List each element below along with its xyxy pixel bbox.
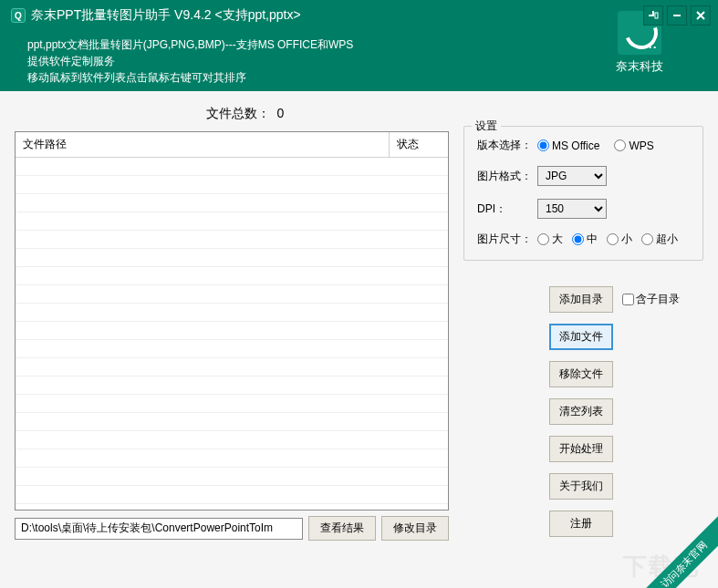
table-row [16,231,448,249]
column-header-status[interactable]: 状态 [390,132,448,157]
pin-button[interactable] [643,5,663,26]
radio-ms-office[interactable]: MS Office [537,139,599,152]
table-row [16,304,448,322]
table-row [16,358,448,377]
table-row [16,322,448,340]
file-list-body[interactable] [16,158,448,511]
body-area: 文件总数： 0 文件路径 状态 [0,91,718,588]
format-label: 图片格式： [477,169,537,184]
settings-group-title: 设置 [472,119,501,134]
column-header-path[interactable]: 文件路径 [16,132,390,157]
table-row [16,395,448,413]
desc-line-1: ppt,pptx文档批量转图片(JPG,PNG,BMP)---支持MS OFFI… [27,36,707,53]
table-row [16,486,448,504]
table-row [16,158,448,176]
table-row [16,468,448,486]
add-file-button[interactable]: 添加文件 [549,324,613,350]
radio-size-large[interactable]: 大 [537,232,563,247]
output-path-input[interactable] [15,518,303,540]
minimize-button[interactable] [667,5,687,26]
table-row [16,285,448,304]
radio-size-xsmall[interactable]: 超小 [641,232,678,247]
file-count-value: 0 [276,106,284,120]
radio-wps[interactable]: WPS [614,139,653,152]
format-select[interactable]: JPG [537,166,607,186]
table-row [16,212,448,231]
version-label: 版本选择： [477,138,537,153]
table-row [16,194,448,212]
table-row [16,249,448,267]
table-row [16,413,448,431]
view-result-button[interactable]: 查看结果 [308,516,376,541]
settings-group: 设置 版本选择： MS Office WPS 图片格式： [463,126,703,261]
file-count-label: 文件总数： 0 [0,106,703,122]
table-row [16,267,448,285]
radio-size-small[interactable]: 小 [607,232,632,247]
svg-rect-2 [655,13,658,18]
company-name: 奈末科技 [616,58,663,75]
about-button[interactable]: 关于我们 [549,473,613,500]
desc-line-3: 移动鼠标到软件列表点击鼠标右键可对其排序 [27,69,707,86]
table-row [16,431,448,449]
dpi-select[interactable]: 150 [537,199,607,219]
window-title: 奈末PPT批量转图片助手 V9.4.2 <支持ppt,pptx> [31,7,301,24]
table-row [16,377,448,395]
size-label: 图片尺寸： [477,232,537,247]
modify-dir-button[interactable]: 修改目录 [381,516,449,541]
table-row [16,176,448,194]
include-subdir-checkbox[interactable]: 含子目录 [622,292,680,307]
table-row [16,449,448,468]
titlebar: Q 奈末PPT批量转图片助手 V9.4.2 <支持ppt,pptx> ppt,p… [0,0,718,91]
remove-file-button[interactable]: 移除文件 [549,361,613,387]
dpi-label: DPI： [477,201,537,217]
add-dir-button[interactable]: 添加目录 [549,286,613,313]
register-button[interactable]: 注册 [549,511,613,537]
radio-size-medium[interactable]: 中 [572,232,598,247]
file-list[interactable]: 文件路径 状态 [15,131,449,511]
clear-list-button[interactable]: 清空列表 [549,398,613,425]
start-button[interactable]: 开始处理 [549,436,613,462]
svg-rect-3 [673,15,681,16]
desc-line-2: 提供软件定制服务 [27,53,707,69]
close-button[interactable] [691,5,711,26]
table-row [16,340,448,358]
svg-rect-1 [652,11,654,16]
app-icon: Q [11,8,26,23]
